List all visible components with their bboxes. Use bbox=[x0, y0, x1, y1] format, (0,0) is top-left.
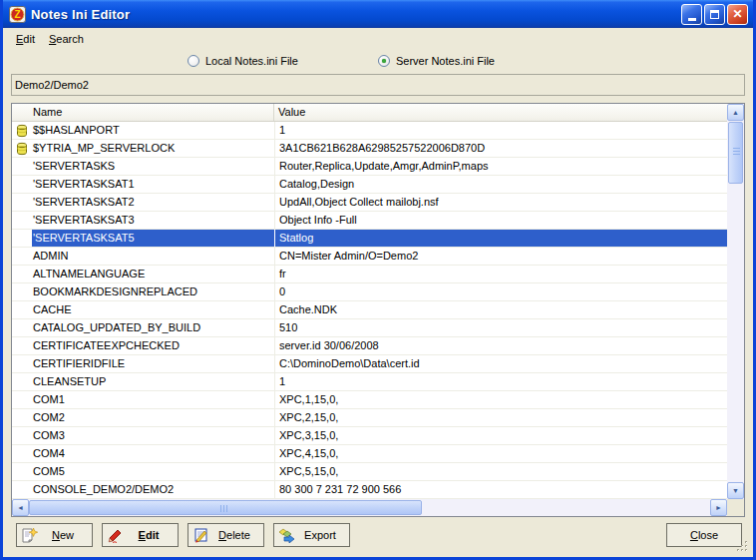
table-row[interactable]: CERTIFICATEEXPCHECKED server.id 30/06/20… bbox=[12, 337, 727, 355]
row-value: fr bbox=[274, 266, 727, 282]
row-icon-cell bbox=[12, 283, 32, 300]
menu-item-edit[interactable]: Edit bbox=[9, 31, 42, 47]
row-icon-cell bbox=[12, 481, 32, 498]
file-source-options: Local Notes.ini File Server Notes.ini Fi… bbox=[3, 50, 753, 72]
row-name: 'SERVERTASKSAT1 bbox=[32, 176, 274, 193]
table-header: Name Value bbox=[12, 104, 727, 122]
svg-text:Z: Z bbox=[14, 9, 20, 20]
row-icon-cell bbox=[12, 212, 32, 229]
row-icon-cell bbox=[12, 266, 32, 282]
table-row[interactable]: 'SERVERTASKS Router,Replica,Update,Amgr,… bbox=[12, 158, 727, 176]
radio-local-label: Local Notes.ini File bbox=[205, 55, 298, 67]
radio-server-notes[interactable]: Server Notes.ini File bbox=[378, 55, 495, 67]
new-button[interactable]: New bbox=[16, 523, 93, 547]
close-icon[interactable]: ✕ bbox=[727, 4, 748, 25]
row-name: COM5 bbox=[32, 463, 274, 480]
table-row[interactable]: COM1 XPC,1,15,0, bbox=[12, 391, 727, 409]
table-row[interactable]: ADMIN CN=Mister Admin/O=Demo2 bbox=[12, 248, 727, 266]
row-name: 'SERVERTASKS bbox=[32, 158, 274, 175]
scroll-up-icon[interactable]: ▲ bbox=[727, 104, 744, 121]
row-name: CERTIFICATEEXPCHECKED bbox=[32, 337, 274, 354]
row-icon-cell bbox=[12, 319, 32, 336]
server-name-box: Demo2/Demo2 bbox=[11, 74, 745, 96]
table-row[interactable]: 'SERVERTASKSAT1 Catalog,Design bbox=[12, 176, 727, 194]
vertical-scrollbar[interactable]: ▲ ▼ bbox=[727, 104, 744, 499]
horizontal-scrollbar[interactable]: ◄ ► bbox=[12, 499, 727, 516]
row-value: 1 bbox=[274, 373, 727, 390]
table-row[interactable]: ALTNAMELANGUAGE fr bbox=[12, 266, 727, 283]
row-name: CACHE bbox=[32, 301, 274, 318]
row-name: COM3 bbox=[32, 427, 274, 444]
maximize-icon[interactable] bbox=[704, 4, 725, 25]
table-row[interactable]: CONSOLE_DEMO2/DEMO2 80 300 7 231 72 900 … bbox=[12, 481, 727, 499]
row-icon-cell bbox=[12, 122, 32, 139]
row-value: UpdAll,Object Collect mailobj.nsf bbox=[274, 194, 727, 211]
edit-button[interactable]: Edit bbox=[102, 523, 179, 547]
column-header-value[interactable]: Value bbox=[274, 104, 727, 121]
row-icon-cell bbox=[12, 463, 32, 480]
radio-button-icon bbox=[378, 55, 390, 67]
button-bar: New Edit Delete Expo bbox=[16, 523, 742, 547]
row-name: $$HASLANPORT bbox=[32, 122, 274, 139]
row-value: 1 bbox=[274, 122, 727, 139]
radio-button-icon bbox=[188, 55, 199, 67]
table-row[interactable]: COM4 XPC,4,15,0, bbox=[12, 445, 727, 463]
table-row[interactable]: CATALOG_UPDATED_BY_BUILD 510 bbox=[12, 319, 727, 337]
row-icon-cell bbox=[12, 158, 32, 175]
red-pen-icon bbox=[107, 527, 124, 543]
row-icon-cell bbox=[12, 373, 32, 390]
row-value: 0 bbox=[274, 283, 727, 300]
menu-item-search[interactable]: Search bbox=[42, 31, 91, 47]
table-body: $$HASLANPORT 1 $YTRIA_MP_SERVERLOCK 3A1C… bbox=[12, 122, 727, 499]
column-header-name[interactable]: Name bbox=[12, 104, 274, 121]
app-icon: Z bbox=[9, 6, 26, 23]
table-row[interactable]: COM2 XPC,2,15,0, bbox=[12, 409, 727, 427]
row-name: ALTNAMELANGUAGE bbox=[32, 266, 274, 282]
menu-bar: Edit Search bbox=[3, 28, 753, 50]
scroll-down-icon[interactable]: ▼ bbox=[727, 482, 744, 499]
row-name: CERTIFIERIDFILE bbox=[32, 355, 274, 372]
close-button[interactable]: Close bbox=[666, 523, 742, 547]
row-icon-cell bbox=[12, 140, 32, 157]
radio-local-notes[interactable]: Local Notes.ini File bbox=[188, 55, 298, 67]
titlebar[interactable]: Z Notes Ini Editor ✕ bbox=[3, 0, 753, 28]
delete-button[interactable]: Delete bbox=[188, 523, 264, 547]
scroll-right-icon[interactable]: ► bbox=[710, 499, 727, 516]
row-name: COM1 bbox=[32, 391, 274, 408]
table-row[interactable]: CERTIFIERIDFILE C:\DominoDemo\Data\cert.… bbox=[12, 355, 727, 373]
scroll-left-icon[interactable]: ◄ bbox=[12, 499, 29, 516]
table-row[interactable]: 'SERVERTASKSAT3 Object Info -Full bbox=[12, 212, 727, 230]
table-row[interactable]: $YTRIA_MP_SERVERLOCK 3A1CB621B628A629852… bbox=[12, 140, 727, 158]
row-value: XPC,5,15,0, bbox=[274, 463, 727, 480]
row-value: Object Info -Full bbox=[274, 212, 727, 229]
table-row[interactable]: CACHE Cache.NDK bbox=[12, 301, 727, 319]
table-row[interactable]: BOOKMARKDESIGNREPLACED 0 bbox=[12, 283, 727, 301]
export-button[interactable]: Export bbox=[273, 523, 350, 547]
row-value: CN=Mister Admin/O=Demo2 bbox=[274, 248, 727, 265]
row-icon-cell bbox=[12, 427, 32, 444]
row-value: XPC,2,15,0, bbox=[274, 409, 727, 426]
vertical-scroll-thumb[interactable] bbox=[728, 122, 743, 184]
row-name: BOOKMARKDESIGNREPLACED bbox=[32, 283, 274, 300]
close-button-label: Close bbox=[690, 529, 718, 541]
table-row[interactable]: $$HASLANPORT 1 bbox=[12, 122, 727, 140]
minimize-icon[interactable] bbox=[681, 4, 702, 25]
row-value: 510 bbox=[274, 319, 727, 336]
horizontal-scroll-thumb[interactable] bbox=[29, 500, 422, 515]
close-glyph: ✕ bbox=[732, 8, 742, 20]
table-row[interactable]: 'SERVERTASKSAT5 Statlog bbox=[12, 230, 727, 248]
window-title: Notes Ini Editor bbox=[31, 7, 681, 22]
database-icon bbox=[15, 142, 29, 156]
row-value: Statlog bbox=[274, 230, 727, 247]
row-value: XPC,4,15,0, bbox=[274, 445, 727, 462]
table-row[interactable]: 'SERVERTASKSAT2 UpdAll,Object Collect ma… bbox=[12, 194, 727, 212]
row-value: XPC,1,15,0, bbox=[274, 391, 727, 408]
export-button-label: Export bbox=[297, 529, 349, 541]
new-document-icon bbox=[21, 527, 38, 543]
row-name: COM2 bbox=[32, 409, 274, 426]
resize-grip[interactable] bbox=[736, 540, 749, 553]
table-row[interactable]: COM3 XPC,3,15,0, bbox=[12, 427, 727, 445]
table-row[interactable]: CLEANSETUP 1 bbox=[12, 373, 727, 391]
table-row[interactable]: COM5 XPC,5,15,0, bbox=[12, 463, 727, 481]
row-name: 'SERVERTASKSAT5 bbox=[32, 230, 274, 247]
